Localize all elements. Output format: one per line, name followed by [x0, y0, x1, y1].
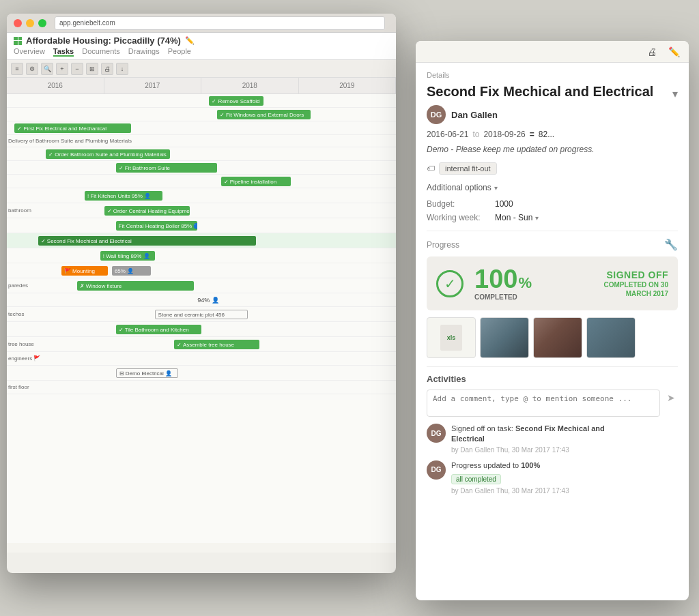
field-value-budget: 1000	[495, 199, 678, 209]
gantt-bar-pipeline[interactable]: ✓ Pipeline installation	[221, 177, 291, 186]
signed-off-block: SIGNED OFF COMPLETED ON 30MARCH 2017	[604, 269, 668, 298]
percent-block: 100 % COMPLETED	[474, 266, 532, 301]
title-dropdown-arrow[interactable]: ▾	[672, 87, 678, 100]
gantt-bar-order-bathroom[interactable]: ✓ Order Bathroom Suite and Plumbing Mate…	[46, 149, 170, 159]
toolbar-btn-zoom-out[interactable]: −	[71, 63, 83, 75]
activity-badge: all completed	[451, 474, 501, 484]
comment-input[interactable]	[427, 390, 660, 417]
duration: 82...	[539, 130, 554, 139]
panel-edit-btn[interactable]: ✏️	[666, 44, 682, 60]
gantt-header: 2016 2017 2018 2019	[7, 78, 396, 94]
activity-item-2: DG Progress updated to 100% all complete…	[427, 460, 678, 495]
signed-off-sub: COMPLETED ON 30MARCH 2017	[604, 280, 668, 298]
toolbar-btn-3[interactable]: 🔍	[41, 63, 53, 75]
gantt-bar-stone[interactable]: Stone and ceramic plot 456	[155, 310, 248, 319]
attachment-photo-2[interactable]	[533, 317, 582, 358]
activity-meta-1: by Dan Gallen Thu, 30 Mar 2017 17:43	[451, 446, 678, 454]
toolbar-btn-print[interactable]: 🖨	[101, 63, 113, 75]
traffic-light-yellow[interactable]	[26, 19, 34, 27]
assignee-name: Dan Gallen	[451, 110, 498, 120]
gantt-bar-central-heating[interactable]: ✓ Order Central Heating Equipment 70% 👤	[104, 206, 190, 216]
photo-thumb-3	[587, 318, 635, 357]
gantt-row: ✓ Pipeline installation	[7, 175, 396, 188]
app-header: Affordable Housing: Piccadilly (74%) ✏️ …	[7, 33, 396, 60]
activity-text-1: Signed off on task: Second Fix Mechical …	[451, 424, 678, 445]
progress-section: Progress 🔧	[427, 238, 678, 251]
gantt-bar-wall-tiling[interactable]: ! Wall tiling 89% 👤	[100, 251, 155, 261]
gantt-row: bathroom ✓ Order Central Heating Equipme…	[7, 203, 396, 218]
toolbar-btn-1[interactable]: ≡	[11, 63, 23, 75]
gantt-bar-demo[interactable]: ⊟ Demo Electrical 👤	[116, 368, 178, 378]
gantt-bar-heating-boiler[interactable]: Fit Central Heating Boiler 85% 🔵	[116, 221, 198, 231]
gantt-pct-94: 94% 👤	[197, 297, 219, 304]
url-bar: app.geniebelt.com	[55, 16, 385, 30]
date-to: 2018-09-26	[483, 130, 525, 139]
browser-titlebar: app.geniebelt.com	[7, 14, 396, 33]
detail-panel: 🖨 ✏️ Details Second Fix Mechical and Ele…	[416, 41, 689, 600]
gantt-row-second-fix: ✓ Second Fix Mechical and Electrical	[7, 233, 396, 248]
gantt-label-engineers: engineers 🚩	[8, 355, 40, 362]
panel-note: Demo - Please keep me updated on progres…	[427, 145, 678, 154]
edit-icon[interactable]: ✏️	[185, 36, 195, 45]
gantt-label: Delivery of Bathroom Suite and Plumbing …	[8, 138, 132, 144]
tag-item: internal fit-out	[439, 162, 497, 175]
attachment-photo-3[interactable]	[586, 317, 636, 358]
attachment-photo-1[interactable]	[480, 317, 529, 358]
app-content: Affordable Housing: Piccadilly (74%) ✏️ …	[7, 33, 396, 553]
traffic-light-green[interactable]	[38, 19, 46, 27]
nav-documents[interactable]: Documents	[82, 47, 120, 57]
field-select-working-week[interactable]: Mon - Sun ▾	[495, 213, 539, 222]
activity-avatar-1: DG	[427, 424, 446, 443]
gantt-year-2019: 2019	[299, 78, 397, 94]
gantt-bar-fit-windows[interactable]: ✓ Fit Windows and External Doors	[217, 110, 311, 119]
send-btn[interactable]: ➤	[664, 390, 678, 406]
panel-section-label: Details	[427, 71, 678, 79]
gantt-bar-mounting[interactable]: 🚩 Mounting	[61, 266, 108, 276]
gantt-year-labels: 2016 2017 2018 2019	[7, 78, 396, 94]
attachment-xls[interactable]: xls	[427, 317, 476, 358]
gantt-row: first floor	[7, 381, 396, 394]
gantt-row: ! Fit Kitchen Units 95% 👤	[7, 188, 396, 203]
gantt-year-2016: 2016	[7, 78, 104, 94]
gantt-bar-window-fixture[interactable]: ✗ Window fixture	[77, 281, 194, 291]
gantt-bar-assemble[interactable]: ✓ Assemble tree house	[174, 340, 259, 349]
toolbar-btn-2[interactable]: ⚙	[26, 63, 38, 75]
field-value-working-week: Mon - Sun	[495, 213, 532, 222]
traffic-light-red[interactable]	[14, 19, 22, 27]
gantt-bar-fit-bathroom[interactable]: ✓ Fit Bathroom Suite	[116, 163, 217, 173]
field-row-budget: Budget: 1000	[427, 199, 678, 209]
nav-overview[interactable]: Overview	[14, 47, 45, 57]
photo-thumb-1	[481, 318, 528, 357]
grid-icon	[14, 37, 22, 45]
activities-label: Activities	[427, 374, 678, 384]
divider-1	[427, 231, 678, 231]
toolbar-btn-zoom-in[interactable]: +	[56, 63, 68, 75]
gantt-label-firstfloor: first floor	[8, 384, 29, 390]
gantt-bar-kitchen[interactable]: ! Fit Kitchen Units 95% 👤	[85, 191, 162, 201]
progress-main: ✓ 100 % COMPLETED SIGNED OFF COMPLETED O…	[427, 256, 678, 310]
gantt-label-treehouse: tree house	[8, 341, 34, 347]
panel-meta: DG Dan Gallen	[427, 105, 678, 124]
gantt-bar-tile-bathroom[interactable]: ✓ Tile Bathroom and Kitchen	[116, 325, 201, 334]
toolbar-btn-4[interactable]: ⊞	[86, 63, 98, 75]
check-circle-icon: ✓	[436, 270, 463, 297]
gantt-bar-second-fix[interactable]: ✓ Second Fix Mechical and Electrical	[38, 236, 256, 246]
percent-sign: %	[518, 276, 532, 291]
divider-2	[427, 366, 678, 367]
activity-text-2: Progress updated to 100%	[451, 460, 678, 471]
percent-display: 100	[474, 266, 517, 292]
activity-item-1: DG Signed off on task: Second Fix Mechic…	[427, 424, 678, 454]
wrench-icon[interactable]: 🔧	[664, 238, 678, 251]
gantt-bar-first-fix[interactable]: ✓ First Fix Electrical and Mechanical	[14, 123, 131, 133]
gantt-bar-remove-scaffold[interactable]: ✓ Remove Scaffold	[209, 96, 263, 106]
toolbar-btn-5[interactable]: ↓	[116, 63, 128, 75]
additional-options-toggle[interactable]: Additional options ▾	[427, 183, 678, 192]
nav-tasks[interactable]: Tasks	[53, 47, 74, 57]
panel-print-btn[interactable]: 🖨	[644, 44, 660, 60]
date-to-label: to	[472, 130, 479, 139]
gantt-bar-mounting-pct[interactable]: 65% 👤	[112, 266, 151, 276]
gantt-row: ! Wall tiling 89% 👤	[7, 248, 396, 263]
nav-drawings[interactable]: Drawings	[128, 47, 160, 57]
nav-people[interactable]: People	[168, 47, 191, 57]
attachments-row: xls	[427, 317, 678, 358]
